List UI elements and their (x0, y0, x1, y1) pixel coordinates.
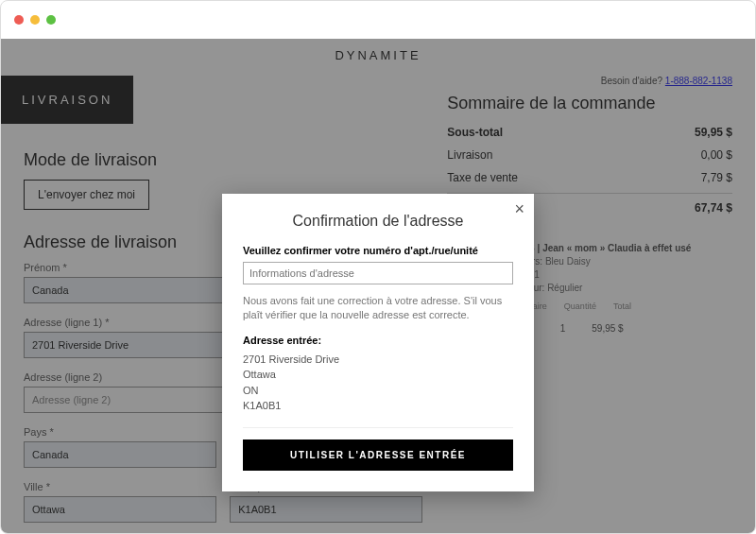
close-icon[interactable]: × (514, 199, 524, 219)
entered-line2: Ottawa (243, 367, 513, 383)
entered-line1: 2701 Riverside Drive (243, 352, 513, 368)
use-entered-address-button[interactable]: UTILISER L'ADRESSE ENTRÉE (243, 439, 513, 471)
window-min-dot[interactable] (30, 15, 40, 25)
entered-address-label: Adresse entrée: (243, 335, 513, 346)
modal-message: Nous avons fait une correction à votre a… (243, 294, 513, 323)
window-close-dot[interactable] (14, 15, 24, 25)
modal-title: Confirmation de l'adresse (243, 213, 513, 230)
window-max-dot[interactable] (46, 15, 56, 25)
address-info-input[interactable] (243, 262, 513, 284)
address-confirm-modal: × Confirmation de l'adresse Veuillez con… (222, 194, 534, 491)
browser-chrome-bar (1, 1, 755, 39)
modal-prompt: Veuillez confirmer votre numéro d'apt./r… (243, 245, 513, 256)
entered-line4: K1A0B1 (243, 398, 513, 414)
entered-line3: ON (243, 383, 513, 399)
